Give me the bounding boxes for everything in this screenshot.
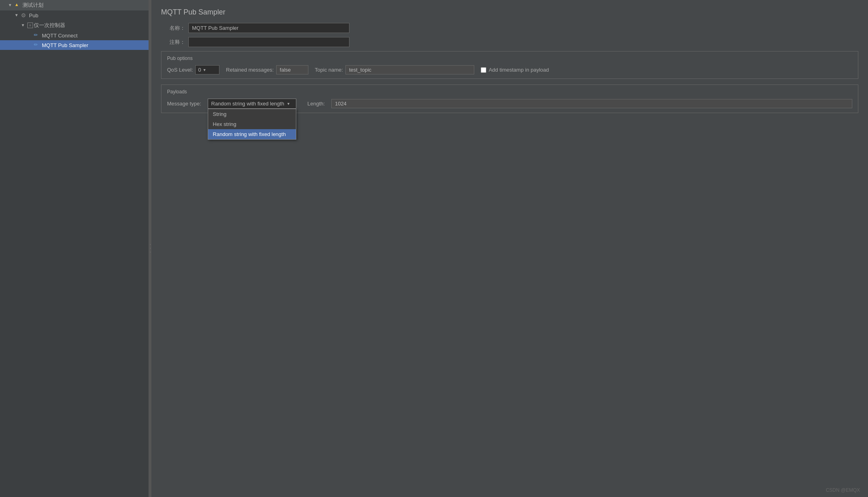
timestamp-label: Add timestamp in payload <box>489 67 549 73</box>
dropdown-option-random-string[interactable]: Random string with fixed length <box>208 129 296 139</box>
sidebar-item-pub[interactable]: ▼ ⚙ Pub <box>0 10 149 20</box>
topic-group: Topic name: <box>315 65 474 74</box>
sidebar-item-test-plan[interactable]: ▼ ▲ 测试计划 <box>0 0 149 10</box>
chevron-down-icon: ▼ <box>287 102 290 106</box>
sidebar-item-label: 仅一次控制器 <box>34 22 65 29</box>
pencil-icon: ✏ <box>34 42 40 48</box>
page-title: MQTT Pub Sampler <box>161 8 858 16</box>
gear-icon: ⚙ <box>21 12 27 19</box>
message-type-value: Random string with fixed length <box>211 101 284 107</box>
footer-text: CSDN @EMQX <box>826 487 860 493</box>
sidebar-item-label: MQTT Connect <box>42 33 78 39</box>
message-type-dropdown-trigger[interactable]: Random string with fixed length ▼ <box>208 99 296 109</box>
qos-value: 0 <box>198 67 201 73</box>
sidebar-item-mqtt-connect[interactable]: ▶ ✏ MQTT Connect <box>0 31 149 40</box>
controller-icon: ≡ <box>27 23 33 28</box>
retained-group: Retained messages: <box>226 65 308 74</box>
comment-input[interactable] <box>188 37 349 47</box>
pub-options-section: Pub options QoS Level: 0 ▼ Retained mess… <box>161 51 858 79</box>
message-type-dropdown-menu: String Hex string Random string with fix… <box>208 109 296 140</box>
arrow-icon: ▼ <box>21 23 26 28</box>
comment-label: 注释： <box>161 39 185 46</box>
retained-input[interactable] <box>276 65 308 74</box>
sidebar-item-label: 测试计划 <box>23 2 43 9</box>
timestamp-checkbox[interactable] <box>481 67 486 73</box>
triangle-icon: ▲ <box>14 2 21 8</box>
name-row: 名称： <box>161 23 858 33</box>
message-type-label: Message type: <box>167 101 201 107</box>
footer: CSDN @EMQX <box>826 487 860 493</box>
name-label: 名称： <box>161 25 185 32</box>
payloads-section: Payloads Message type: Random string wit… <box>161 85 858 113</box>
length-input[interactable] <box>331 99 852 108</box>
sidebar-item-label: MQTT Pub Sampler <box>42 42 88 48</box>
message-type-dropdown-container: Random string with fixed length ▼ String… <box>208 99 296 109</box>
qos-label: QoS Level: <box>167 67 193 73</box>
comment-row: 注释： <box>161 37 858 47</box>
sidebar-item-label: Pub <box>29 12 38 19</box>
qos-group: QoS Level: 0 ▼ <box>167 65 219 74</box>
arrow-icon: ▼ <box>8 3 13 8</box>
qos-select[interactable]: 0 ▼ <box>195 65 219 74</box>
dropdown-option-string[interactable]: String <box>208 109 296 119</box>
payloads-row: Message type: Random string with fixed l… <box>167 99 852 109</box>
name-input[interactable] <box>188 23 349 33</box>
arrow-icon: ▼ <box>14 13 19 18</box>
timestamp-checkbox-label[interactable]: Add timestamp in payload <box>481 67 549 73</box>
main-content: MQTT Pub Sampler 名称： 注释： Pub options QoS… <box>151 0 868 497</box>
sidebar-item-mqtt-pub-sampler[interactable]: ▶ ✏ MQTT Pub Sampler <box>0 40 149 50</box>
pub-options-title: Pub options <box>167 56 852 61</box>
payloads-title: Payloads <box>167 89 852 95</box>
length-label: Length: <box>308 101 325 107</box>
retained-label: Retained messages: <box>226 67 274 73</box>
pencil-icon: ✏ <box>34 32 40 39</box>
sidebar-item-once-controller[interactable]: ▼ ≡ 仅一次控制器 <box>0 20 149 31</box>
chevron-down-icon: ▼ <box>203 68 207 72</box>
sidebar: ▼ ▲ 测试计划 ▼ ⚙ Pub ▼ ≡ 仅一次控制器 ▶ ✏ MQTT Con… <box>0 0 149 497</box>
topic-label: Topic name: <box>315 67 343 73</box>
pub-options-row: QoS Level: 0 ▼ Retained messages: Topic … <box>167 65 852 74</box>
dropdown-option-hex-string[interactable]: Hex string <box>208 119 296 129</box>
topic-input[interactable] <box>345 65 474 74</box>
